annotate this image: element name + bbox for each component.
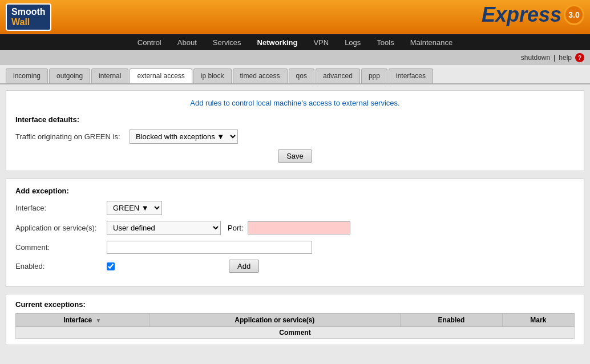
add-exception-section: Add exception: Interface: GREEN ▼ ORANGE… — [6, 178, 584, 287]
app-service-label: Application or service(s): — [15, 224, 107, 232]
traffic-label: Traffic originating on GREEN is: — [15, 132, 130, 141]
col-app-service: Application or service(s) — [149, 314, 401, 327]
save-button[interactable]: Save — [278, 149, 312, 163]
page-wrapper: Smooth Wall Express 3.0 Control About Se… — [0, 0, 590, 364]
comment-row: Comment: — [15, 241, 575, 254]
express-text: Express — [482, 3, 561, 27]
separator: | — [553, 54, 555, 62]
port-label: Port: — [228, 224, 243, 232]
header: Smooth Wall Express 3.0 — [0, 0, 590, 34]
tab-timed-access[interactable]: timed access — [233, 68, 288, 83]
tabs-container: incoming outgoing internal external acce… — [0, 65, 590, 84]
traffic-row: Traffic originating on GREEN is: Blocked… — [15, 130, 575, 144]
exceptions-table: Interface ▼ Application or service(s) En… — [15, 313, 575, 339]
tab-ppp[interactable]: ppp — [361, 68, 387, 83]
save-row: Save — [15, 149, 575, 163]
logo-smooth-text: Smooth — [11, 7, 46, 17]
col-mark: Mark — [502, 314, 574, 327]
tab-external-access[interactable]: external access — [130, 68, 192, 83]
nav-services[interactable]: Services — [205, 36, 249, 49]
content-area: Add rules to control local machine's acc… — [0, 84, 590, 364]
port-input[interactable] — [248, 221, 350, 234]
express-badge: Express 3.0 — [482, 3, 584, 27]
interface-select[interactable]: GREEN ▼ ORANGE BLUE — [107, 201, 162, 215]
version-badge: 3.0 — [564, 5, 584, 25]
current-exceptions-title: Current exceptions: — [15, 300, 575, 309]
help-link[interactable]: help — [559, 54, 572, 62]
tab-incoming[interactable]: incoming — [6, 68, 48, 83]
app-service-select[interactable]: User defined HTTP HTTPS — [107, 221, 221, 235]
nav-bar: Control About Services Networking VPN Lo… — [0, 34, 590, 50]
enabled-label: Enabled: — [15, 262, 107, 270]
col-enabled: Enabled — [401, 314, 503, 327]
sort-icon-interface[interactable]: ▼ — [96, 317, 102, 323]
nav-maintenance[interactable]: Maintenance — [402, 36, 460, 49]
top-bar: shutdown | help ? — [0, 50, 590, 65]
app-service-row: Application or service(s): User defined … — [15, 221, 575, 235]
nav-vpn[interactable]: VPN — [305, 36, 337, 49]
tab-internal[interactable]: internal — [91, 68, 128, 83]
interface-label: Interface: — [15, 204, 107, 212]
logo: Smooth Wall — [6, 3, 51, 30]
traffic-select[interactable]: Blocked with exceptions ▼ Allowed Blocke… — [130, 130, 238, 144]
tab-outgoing[interactable]: outgoing — [49, 68, 90, 83]
comment-header-row: Comment — [16, 327, 575, 339]
defaults-title: Interface defaults: — [15, 115, 575, 124]
help-icon: ? — [575, 53, 584, 62]
tab-interfaces[interactable]: interfaces — [389, 68, 433, 83]
add-button[interactable]: Add — [229, 260, 259, 273]
comment-label: Comment: — [15, 243, 107, 252]
nav-logs[interactable]: Logs — [337, 36, 369, 49]
logo-wall-text: Wall — [11, 17, 46, 27]
nav-networking[interactable]: Networking — [249, 36, 306, 49]
nav-control[interactable]: Control — [130, 36, 169, 49]
interface-row: Interface: GREEN ▼ ORANGE BLUE — [15, 201, 575, 215]
info-text: Add rules to control local machine's acc… — [15, 99, 575, 107]
add-exception-title: Add exception: — [15, 187, 575, 195]
enabled-row: Enabled: Add — [15, 260, 575, 273]
nav-tools[interactable]: Tools — [369, 36, 402, 49]
tab-qos[interactable]: qos — [289, 68, 314, 83]
tab-ip-block[interactable]: ip block — [193, 68, 232, 83]
enabled-checkbox[interactable] — [107, 262, 115, 270]
nav-about[interactable]: About — [169, 36, 205, 49]
tab-advanced[interactable]: advanced — [316, 68, 360, 83]
logo-smooth: Smooth Wall — [11, 7, 46, 27]
col-interface: Interface ▼ — [16, 314, 149, 327]
comment-input[interactable] — [107, 241, 312, 254]
current-exceptions-section: Current exceptions: Interface ▼ Applicat… — [6, 294, 584, 345]
shutdown-link[interactable]: shutdown — [521, 54, 550, 62]
interface-defaults-section: Add rules to control local machine's acc… — [6, 90, 584, 171]
